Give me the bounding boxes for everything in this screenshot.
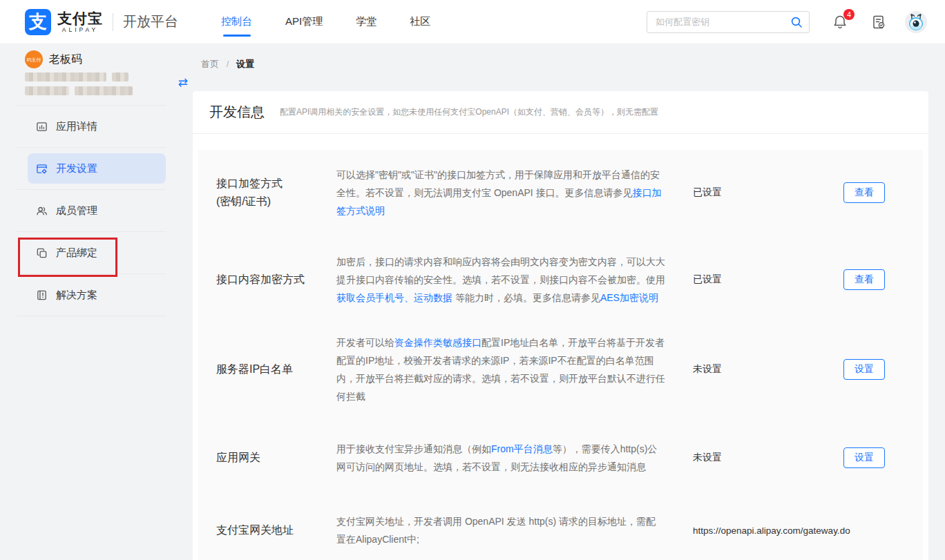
ant-mascot-avatar[interactable] <box>905 11 927 33</box>
app-identity: 码支付 老板码 <box>25 50 193 69</box>
divider <box>17 147 166 148</box>
inline-link[interactable]: AES加密说明 <box>600 292 658 303</box>
row-description: 开发者可以给资金操作类敏感接口配置IP地址白名单，开放平台将基于开发者配置的IP… <box>336 334 665 405</box>
divider <box>17 316 166 316</box>
logo-glyph: 支 <box>29 10 47 34</box>
settings-row-ip-whitelist: 服务器IP白名单 开发者可以给资金操作类敏感接口配置IP地址白名单，开放平台将基… <box>198 325 923 414</box>
row-label: 应用网关 <box>198 449 336 467</box>
row-label: 接口加签方式 (密钥/证书) <box>198 175 336 211</box>
sidebar-item-app-detail[interactable]: 应用详情 <box>28 111 166 142</box>
inline-link[interactable]: 运动数据 <box>414 292 452 303</box>
card-header: 开发信息 配置API调用相关的安全设置，如您未使用任何支付宝OpenAPI（如支… <box>193 91 928 134</box>
top-header: 支 支付宝 ALIPAY 开放平台 控制台 API管理 学堂 社区 4 <box>0 0 945 44</box>
inline-link[interactable]: 、 <box>404 292 414 303</box>
brand-text: 支付宝 ALIPAY <box>57 11 103 33</box>
header-right-group: 4 <box>647 11 945 33</box>
nav-api-management[interactable]: API管理 <box>285 0 323 44</box>
divider <box>17 231 166 232</box>
sidebar-item-solutions[interactable]: 解决方案 <box>28 280 166 310</box>
search-input[interactable] <box>647 11 810 33</box>
breadcrumb: 首页 / 设置 <box>193 44 945 68</box>
settings-row-gateway-url: 支付宝网关地址 支付宝网关地址，开发者调用 OpenAPI 发送 http(s)… <box>198 501 923 560</box>
divider <box>17 189 166 190</box>
alipay-logo-icon: 支 <box>25 9 51 35</box>
breadcrumb-separator: / <box>227 59 229 69</box>
brand-cn: 支付宝 <box>57 11 103 26</box>
inline-link[interactable]: 资金操作类敏感接口 <box>394 337 481 348</box>
page-title: 开发信息 <box>209 103 265 122</box>
row-description: 加密后，接口的请求内容和响应内容将会由明文内容变为密文内容，可以大大提升接口内容… <box>336 253 665 307</box>
row-label: 接口内容加密方式 <box>198 271 336 289</box>
app-name: 老板码 <box>49 52 82 67</box>
logo-group[interactable]: 支 支付宝 ALIPAY 开放平台 <box>25 9 178 35</box>
description-text: 支付宝网关地址，开发者调用 OpenAPI 发送 http(s) 请求的目标地址… <box>336 516 656 545</box>
status-text: 已设置 <box>693 273 722 286</box>
switch-app-icon[interactable]: ⇄ <box>178 77 188 88</box>
status-text: 未设置 <box>693 363 722 376</box>
row-description: 用于接收支付宝异步通知消息（例如From平台消息等），需要传入http(s)公网… <box>336 440 665 476</box>
dev-info-card: 开发信息 配置API调用相关的安全设置，如您未使用任何支付宝OpenAPI（如支… <box>193 91 928 560</box>
nav-community[interactable]: 社区 <box>410 0 430 44</box>
description-text: 可以选择"密钥"或"证书"的接口加签方式，用于保障应用和开放平台通信的安全性。若… <box>336 169 660 198</box>
main-content: 首页 / 设置 开发信息 配置API调用相关的安全设置，如您未使用任何支付宝Op… <box>193 44 945 560</box>
description-text: 开发者可以给 <box>336 337 394 348</box>
divider <box>17 105 166 106</box>
sidebar-item-label: 成员管理 <box>56 204 97 218</box>
sidebar-item-label: 开发设置 <box>56 162 97 175</box>
document-check-icon[interactable] <box>870 14 887 30</box>
app-avatar: 码支付 <box>25 50 43 68</box>
notification-bell-icon[interactable]: 4 <box>832 14 848 30</box>
gateway-url-value: https://openapi.alipay.com/gateway.do <box>693 525 850 536</box>
settings-panel: 接口加签方式 (密钥/证书) 可以选择"密钥"或"证书"的接口加签方式，用于保障… <box>198 150 923 560</box>
settings-row-gateway: 应用网关 用于接收支付宝异步通知消息（例如From平台消息等），需要传入http… <box>198 414 923 501</box>
search-icon[interactable] <box>790 16 803 28</box>
inline-link[interactable]: 获取会员手机号 <box>336 292 404 303</box>
setup-button[interactable]: 设置 <box>843 447 885 468</box>
settings-row-signing: 接口加签方式 (密钥/证书) 可以选择"密钥"或"证书"的接口加签方式，用于保障… <box>198 150 923 235</box>
settings-row-encryption: 接口内容加密方式 加密后，接口的请求内容和响应内容将会由明文内容变为密文内容，可… <box>198 235 923 325</box>
divider <box>17 273 166 274</box>
breadcrumb-current: 设置 <box>236 59 254 69</box>
redacted-app-id: ⇄ <box>25 73 163 95</box>
setup-button[interactable]: 设置 <box>843 359 885 380</box>
view-button[interactable]: 查看 <box>843 269 885 290</box>
app-detail-icon <box>36 121 48 133</box>
sidebar-item-members[interactable]: 成员管理 <box>28 195 166 226</box>
solutions-icon <box>36 289 48 301</box>
page-subtitle: 配置API调用相关的安全设置，如您未使用任何支付宝OpenAPI（如支付、营销、… <box>280 106 658 118</box>
sidebar-item-product-binding[interactable]: 产品绑定 <box>28 238 166 268</box>
description-text: 加密后，接口的请求内容和响应内容将会由明文内容变为密文内容，可以大大提升接口内容… <box>336 256 665 285</box>
notification-badge: 4 <box>843 9 855 20</box>
breadcrumb-home[interactable]: 首页 <box>201 59 219 69</box>
nav-academy[interactable]: 学堂 <box>356 0 376 44</box>
sidebar-item-label: 解决方案 <box>56 289 97 302</box>
dev-settings-icon <box>36 163 48 175</box>
view-button[interactable]: 查看 <box>843 182 885 203</box>
sidebar-item-dev-settings[interactable]: 开发设置 <box>28 153 166 184</box>
header-search <box>647 11 810 33</box>
status-text: 未设置 <box>693 452 722 464</box>
status-text: 已设置 <box>693 186 722 199</box>
row-description: 可以选择"密钥"或"证书"的接口加签方式，用于保障应用和开放平台通信的安全性。若… <box>336 166 665 220</box>
row-description: 支付宝网关地址，开发者调用 OpenAPI 发送 http(s) 请求的目标地址… <box>336 512 665 548</box>
top-nav: 控制台 API管理 学堂 社区 <box>221 0 464 44</box>
description-text: 等能力时，必填。更多信息请参见 <box>452 292 600 303</box>
brand-en: ALIPAY <box>57 26 103 33</box>
row-label: 服务器IP白名单 <box>198 360 336 378</box>
nav-console[interactable]: 控制台 <box>221 0 252 44</box>
sidebar-item-label: 应用详情 <box>56 120 97 133</box>
inline-link[interactable]: From平台消息 <box>491 443 553 454</box>
description-text: 用于接收支付宝异步通知消息（例如 <box>336 443 491 454</box>
logo-divider <box>113 13 113 31</box>
product-binding-icon <box>36 247 48 259</box>
members-icon <box>36 205 48 217</box>
sidebar-item-label: 产品绑定 <box>56 247 97 260</box>
app-sidebar: 码支付 老板码 ⇄ 应用详情 开发设置 成员管理 <box>0 44 193 560</box>
row-label: 支付宝网关地址 <box>198 521 336 539</box>
platform-title: 开放平台 <box>123 12 178 31</box>
